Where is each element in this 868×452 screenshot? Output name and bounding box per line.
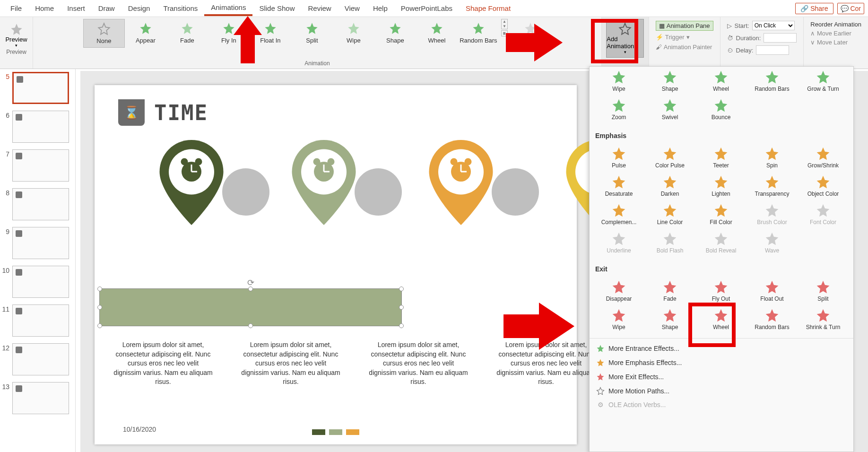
dd-exit-fly-out[interactable]: Fly Out xyxy=(695,277,746,305)
start-select[interactable]: On Click xyxy=(752,21,795,30)
dd-emphasis-grow-shrink[interactable]: Grow/Shrink xyxy=(798,143,849,172)
slide-thumb-6[interactable] xyxy=(12,111,69,143)
text-col-1[interactable]: Lorem ipsum dolor sit amet, consectetur … xyxy=(113,340,213,387)
pin-1[interactable] xyxy=(156,140,227,225)
selected-shape-bar[interactable]: ⟳ xyxy=(99,288,402,326)
tab-insert[interactable]: Insert xyxy=(61,1,92,15)
delay-input[interactable] xyxy=(756,45,789,55)
dd-emphasis-lighten[interactable]: Lighten xyxy=(695,172,746,200)
tab-shape-format[interactable]: Shape Format xyxy=(459,1,517,15)
preview-button[interactable]: Preview ▾ xyxy=(2,19,31,48)
anim-none[interactable]: None xyxy=(83,19,125,48)
dd-emphasis-spin[interactable]: Spin xyxy=(746,143,798,172)
tab-file[interactable]: File xyxy=(4,1,28,15)
slide-thumb-10[interactable] xyxy=(12,266,69,298)
dd-exit-wheel[interactable]: Wheel xyxy=(695,305,746,333)
slide-thumb-8[interactable] xyxy=(12,188,69,220)
dd-emphasis-object-color[interactable]: Object Color xyxy=(798,172,849,200)
share-button[interactable]: 🔗 Share xyxy=(795,3,833,14)
more-emphasis-effects[interactable]: More Emphasis Effects... xyxy=(590,356,853,370)
timeline-pins[interactable] xyxy=(118,140,553,244)
comments-button[interactable]: 💬 Cor xyxy=(837,3,864,14)
dd-emphasis-color-pulse[interactable]: Color Pulse xyxy=(644,143,695,172)
dd-exit-split[interactable]: Split xyxy=(798,277,849,305)
dd-emphasis-complemen-[interactable]: Complemen... xyxy=(593,200,644,228)
dd-entrance-wheel[interactable]: Wheel xyxy=(695,67,746,95)
anim-fly-in[interactable]: Fly In xyxy=(208,19,250,47)
slide-thumb-11[interactable] xyxy=(12,304,69,337)
gallery-scroll[interactable]: ▲▼ ≡ xyxy=(499,19,510,36)
dd-emphasis-fill-color[interactable]: Fill Color xyxy=(695,200,746,228)
reorder-label: Reorder Animation xyxy=(810,21,861,28)
tab-slideshow[interactable]: Slide Show xyxy=(252,1,301,15)
slide[interactable]: ⌛ TIME xyxy=(95,85,577,444)
dd-entrance-shape[interactable]: Shape xyxy=(644,67,695,95)
dd-exit-disappear[interactable]: Disappear xyxy=(593,277,644,305)
dd-entrance-grow-turn[interactable]: Grow & Turn xyxy=(798,67,849,95)
dd-exit-random-bars[interactable]: Random Bars xyxy=(746,305,798,333)
slide-thumb-7[interactable] xyxy=(12,149,69,182)
anim-fade[interactable]: Fade xyxy=(166,19,208,47)
anim-float-in[interactable]: Float In xyxy=(250,19,291,47)
text-col-4[interactable]: Lorem ipsum dolor sit amet, consectetur … xyxy=(496,340,596,387)
dd-emphasis-teeter[interactable]: Teeter xyxy=(695,143,746,172)
tab-powerpointlabs[interactable]: PowerPointLabs xyxy=(394,1,459,15)
move-later-button[interactable]: ∨ Move Later xyxy=(810,39,861,46)
dd-entrance-zoom[interactable]: Zoom xyxy=(593,95,644,123)
anim-appear[interactable]: Appear xyxy=(125,19,166,47)
anim-wheel[interactable]: Wheel xyxy=(416,19,458,47)
anim-split[interactable]: Split xyxy=(291,19,333,47)
tab-animations[interactable]: Animations xyxy=(204,0,252,16)
dd-emphasis-darken[interactable]: Darken xyxy=(644,172,695,200)
slide-thumb-5[interactable] xyxy=(12,72,69,104)
trigger-button[interactable]: ⚡ Trigger ▾ xyxy=(656,34,713,41)
anim-random-bars[interactable]: Random Bars xyxy=(458,19,499,47)
add-animation-button[interactable]: Add Animation ▾ xyxy=(606,19,644,58)
tab-draw[interactable]: Draw xyxy=(92,1,122,15)
slide-thumb-9[interactable] xyxy=(12,227,69,259)
more-exit-effects[interactable]: More Exit Effects... xyxy=(590,370,853,384)
footer-color-squares xyxy=(312,429,359,435)
dd-exit-float-out[interactable]: Float Out xyxy=(746,277,798,305)
dd-entrance-wipe[interactable]: Wipe xyxy=(593,67,644,95)
dd-exit-fade[interactable]: Fade xyxy=(644,277,695,305)
tab-help[interactable]: Help xyxy=(366,1,394,15)
text-col-3[interactable]: Lorem ipsum dolor sit amet, consectetur … xyxy=(369,340,468,387)
dd-emphasis-line-color[interactable]: Line Color xyxy=(644,200,695,228)
dd-exit-wipe[interactable]: Wipe xyxy=(593,305,644,333)
animation-painter-button[interactable]: 🖌 Animation Painter xyxy=(656,43,713,51)
animation-pane-button[interactable]: ▦ Animation Pane xyxy=(656,21,713,31)
slide-title[interactable]: TIME xyxy=(154,101,208,125)
duration-input[interactable] xyxy=(764,33,797,43)
tab-review[interactable]: Review xyxy=(301,1,338,15)
tab-transitions[interactable]: Transitions xyxy=(156,1,204,15)
slide-date: 10/16/2020 xyxy=(123,426,156,433)
dd-emphasis-bold-reveal: Bold Reveal xyxy=(695,228,746,257)
move-earlier-button[interactable]: ∧ Move Earlier xyxy=(810,30,861,37)
pin-2[interactable] xyxy=(288,140,359,225)
tab-design[interactable]: Design xyxy=(122,1,157,15)
anim-shape[interactable]: Shape xyxy=(374,19,416,47)
anim-wipe[interactable]: Wipe xyxy=(333,19,374,47)
more-entrance-effects[interactable]: More Entrance Effects... xyxy=(590,341,853,356)
dd-entrance-bounce[interactable]: Bounce xyxy=(695,95,746,123)
dd-emphasis-transparency[interactable]: Transparency xyxy=(746,172,798,200)
tab-view[interactable]: View xyxy=(338,1,366,15)
slide-number: 6 xyxy=(2,111,12,119)
dd-emphasis-desaturate[interactable]: Desaturate xyxy=(593,172,644,200)
dd-emphasis-pulse[interactable]: Pulse xyxy=(593,143,644,172)
effect-options[interactable]: Effect Options▾ xyxy=(510,19,551,52)
text-col-2[interactable]: Lorem ipsum dolor sit amet, consectetur … xyxy=(241,340,340,387)
slides-panel[interactable]: 5 6 7 8 9 10 11 12 13 xyxy=(0,69,76,452)
tab-home[interactable]: Home xyxy=(28,1,61,15)
dd-entrance-random-bars[interactable]: Random Bars xyxy=(746,67,798,95)
text-columns[interactable]: Lorem ipsum dolor sit amet, consectetur … xyxy=(113,340,596,387)
dd-entrance-swivel[interactable]: Swivel xyxy=(644,95,695,123)
dd-exit-shrink-turn[interactable]: Shrink & Turn xyxy=(798,305,849,333)
slide-thumb-13[interactable] xyxy=(12,382,69,414)
more-motion-paths[interactable]: More Motion Paths... xyxy=(590,384,853,398)
pin-3[interactable] xyxy=(425,140,496,225)
add-animation-dropdown[interactable]: Wipe Shape Wheel Random Bars Grow & Turn… xyxy=(589,66,854,452)
dd-exit-shape[interactable]: Shape xyxy=(644,305,695,333)
slide-thumb-12[interactable] xyxy=(12,343,69,375)
